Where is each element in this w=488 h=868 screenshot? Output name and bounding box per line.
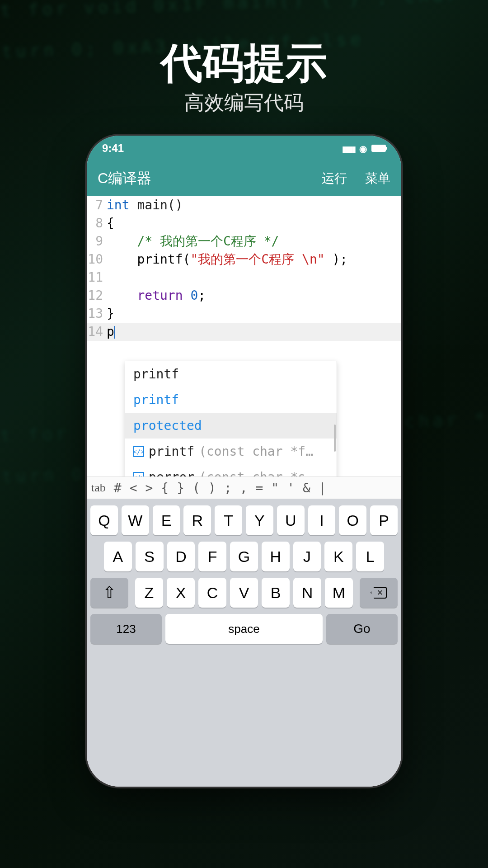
letter-key[interactable]: E	[153, 505, 180, 535]
token-func: main()	[130, 198, 183, 212]
run-button[interactable]: 运行	[322, 170, 347, 187]
token-brace: {	[107, 214, 114, 232]
autocomplete-label: printf	[133, 392, 179, 407]
autocomplete-item[interactable]: printf	[125, 361, 337, 387]
autocomplete-label: protected	[133, 418, 202, 433]
line-number: 14	[87, 323, 107, 341]
letter-key[interactable]: H	[262, 542, 290, 571]
shift-key[interactable]	[90, 578, 128, 608]
backspace-key[interactable]	[360, 578, 398, 608]
go-key[interactable]: Go	[326, 614, 398, 644]
token-call: printf(	[137, 252, 190, 267]
letter-key[interactable]: V	[230, 578, 258, 608]
symbol-key[interactable]: |	[319, 481, 326, 495]
code-editor[interactable]: 7 int main() 8 { 9 /* 我的第一个C程序 */ 10 pri…	[87, 196, 401, 341]
line-number: 7	[87, 196, 107, 214]
keyboard[interactable]: QWERTYUIOP ASDFGHJKL ZXCVBNM 123 space G…	[87, 499, 401, 787]
symbol-key[interactable]: ;	[224, 481, 232, 495]
backspace-icon	[371, 587, 387, 599]
letter-key[interactable]: Q	[90, 505, 118, 535]
autocomplete-params: (const char *f…	[199, 444, 313, 459]
typed-text: p	[107, 324, 114, 339]
symbol-key[interactable]: =	[256, 481, 263, 495]
letter-key[interactable]: W	[122, 505, 149, 535]
status-time: 9:41	[102, 142, 124, 155]
letter-key[interactable]: D	[167, 542, 195, 571]
autocomplete-popup[interactable]: printfprintfprotected</>printf(const cha…	[125, 361, 337, 491]
hero-title: 代码提示	[0, 35, 488, 91]
letter-key[interactable]: N	[293, 578, 321, 608]
letter-key[interactable]: I	[308, 505, 336, 535]
cursor	[114, 326, 115, 339]
symbol-key[interactable]: <	[130, 481, 137, 495]
token-string: "我的第一个C程序 \n"	[190, 252, 324, 267]
letter-key[interactable]: B	[262, 578, 290, 608]
letter-key[interactable]: M	[325, 578, 353, 608]
symbol-key[interactable]: (	[192, 481, 200, 495]
symbol-key[interactable]: '	[287, 481, 295, 495]
menu-button[interactable]: 菜单	[365, 170, 390, 187]
symbol-key[interactable]: "	[271, 481, 279, 495]
letter-key[interactable]: L	[356, 542, 384, 571]
letter-key[interactable]: G	[230, 542, 258, 571]
token-comment: /* 我的第一个C程序 */	[137, 234, 279, 249]
letter-key[interactable]: P	[370, 505, 398, 535]
token-semi: ;	[198, 288, 206, 303]
app-title: C编译器	[98, 169, 151, 189]
symbol-toolbar[interactable]: tab#<>{}();,="'&|	[87, 476, 401, 499]
letter-key[interactable]: A	[104, 542, 132, 571]
status-indicators	[342, 142, 386, 155]
letter-key[interactable]: U	[277, 505, 305, 535]
symbol-key[interactable]: &	[303, 481, 310, 495]
token-type: int	[107, 198, 130, 212]
letter-key[interactable]: F	[198, 542, 226, 571]
symbol-key[interactable]: #	[114, 481, 122, 495]
symbol-key[interactable]: )	[208, 481, 216, 495]
numeric-key[interactable]: 123	[90, 614, 162, 644]
letter-key[interactable]: T	[215, 505, 242, 535]
letter-key[interactable]: Z	[135, 578, 163, 608]
app-header: C编译器 运行 菜单	[87, 161, 401, 196]
line-number: 9	[87, 232, 107, 250]
symbol-key[interactable]: }	[177, 481, 184, 495]
hero-subtitle: 高效编写代码	[0, 90, 488, 116]
letter-key[interactable]: R	[183, 505, 211, 535]
line-number: 10	[87, 250, 107, 269]
letter-key[interactable]: X	[167, 578, 195, 608]
scrollbar[interactable]	[334, 425, 336, 452]
line-number: 11	[87, 269, 107, 287]
letter-key[interactable]: Y	[246, 505, 273, 535]
autocomplete-item[interactable]: protected	[125, 413, 337, 439]
space-key[interactable]: space	[165, 614, 323, 644]
letter-key[interactable]: O	[339, 505, 366, 535]
autocomplete-item[interactable]: </>printf(const char *f…	[125, 439, 337, 464]
autocomplete-label: printf	[133, 367, 179, 382]
line-number: 13	[87, 305, 107, 323]
letter-key[interactable]: S	[136, 542, 164, 571]
line-number: 8	[87, 214, 107, 232]
symbol-key[interactable]: tab	[91, 481, 106, 495]
battery-icon	[371, 145, 386, 152]
signal-icon	[342, 142, 355, 155]
token-tail: );	[325, 252, 348, 267]
status-bar: 9:41	[87, 136, 401, 161]
line-number: 12	[87, 287, 107, 305]
token-keyword: return	[137, 288, 183, 303]
symbol-key[interactable]: ,	[240, 481, 248, 495]
wifi-icon	[359, 142, 367, 155]
token-brace: }	[107, 305, 114, 323]
shift-icon	[103, 583, 116, 602]
token-number: 0	[183, 288, 198, 303]
code-snippet-icon: </>	[133, 446, 144, 457]
letter-key[interactable]: K	[324, 542, 352, 571]
autocomplete-label: printf	[149, 444, 194, 459]
letter-key[interactable]: C	[198, 578, 226, 608]
symbol-key[interactable]: {	[161, 481, 169, 495]
symbol-key[interactable]: >	[145, 481, 153, 495]
phone-frame: 9:41 C编译器 运行 菜单 7 int main() 8 { 9 /* 我的…	[87, 136, 401, 787]
letter-key[interactable]: J	[293, 542, 321, 571]
autocomplete-item[interactable]: printf	[125, 387, 337, 413]
